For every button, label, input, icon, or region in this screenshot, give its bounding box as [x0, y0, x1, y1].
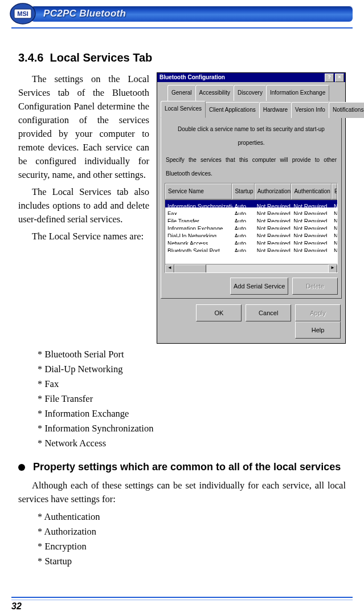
col-service-name[interactable]: Service Name	[165, 184, 232, 199]
table-row[interactable]: Bluetooth Serial PortAuto...Not Required…	[165, 245, 337, 252]
col-encryption[interactable]: E	[332, 184, 337, 199]
services-listview[interactable]: Service Name Startup Authorization Authe…	[165, 183, 338, 273]
help-button[interactable]: Help	[295, 321, 341, 339]
cell: Network Access	[165, 237, 232, 245]
bullet-icon	[18, 464, 25, 471]
cell: Auto...	[232, 207, 255, 215]
cell: N	[332, 245, 337, 252]
cell: Not Required	[291, 230, 332, 237]
tab-discovery[interactable]: Discovery	[234, 85, 267, 101]
tab-accessibility[interactable]: Accessibility	[195, 85, 234, 101]
tab-row-front: Local Services Client Applications Hardw…	[161, 100, 342, 117]
cancel-button[interactable]: Cancel	[246, 304, 291, 321]
paragraph-1: The settings on the Local Services tab o…	[18, 72, 149, 182]
tab-local-services[interactable]: Local Services	[161, 101, 206, 118]
cell: N	[332, 207, 337, 215]
cell: Not Required	[291, 207, 332, 215]
col-startup[interactable]: Startup	[232, 184, 254, 199]
tab-row-back: General Accessibility Discovery Informat…	[167, 84, 342, 100]
list-item: * Authentication	[38, 510, 346, 524]
cell: Not Required	[255, 222, 292, 230]
msi-logo-icon: MSI	[9, 2, 36, 25]
bluetooth-config-dialog: Bluetooth Configuration ? × General Acce…	[157, 72, 346, 344]
tab-client-applications[interactable]: Client Applications	[205, 102, 260, 118]
scroll-left-button[interactable]: ◄	[165, 264, 174, 273]
tab-panel: Double click a service name to set its s…	[161, 117, 342, 299]
col-authorization[interactable]: Authorization	[255, 184, 292, 199]
col-authentication[interactable]: Authentication	[291, 184, 332, 199]
banner-title: PC2PC Bluetooth	[43, 8, 126, 19]
cell: N	[332, 215, 337, 222]
cell: Information Exchange	[165, 222, 232, 230]
service-names-list: * Bluetooth Serial Port * Dial-Up Networ…	[38, 347, 346, 451]
cell: N	[332, 222, 337, 230]
table-row[interactable]: FaxAuto...Not RequiredNot RequiredN	[165, 207, 337, 215]
horizontal-scrollbar[interactable]: ◄ ►	[165, 264, 337, 272]
table-row[interactable]: File TransferAuto...Not RequiredNot Requ…	[165, 215, 337, 222]
list-item: * Information Synchronization	[38, 421, 346, 436]
dialog-titlebar: Bluetooth Configuration ? ×	[157, 73, 345, 82]
section-heading: 3.4.6 Local Services Tab	[18, 51, 346, 64]
cell: Not Required	[291, 222, 332, 230]
banner-divider	[11, 27, 353, 28]
cell: Not Required	[291, 245, 332, 252]
tab-hardware[interactable]: Hardware	[259, 102, 292, 118]
cell: Auto...	[232, 230, 255, 237]
list-item: * File Transfer	[38, 392, 346, 406]
cell: Not Required	[291, 200, 332, 207]
cell: Not Required	[291, 215, 332, 222]
panel-instruction-2: Specify the services that this computer …	[166, 153, 337, 181]
cell: Not Required	[255, 215, 292, 222]
tab-version-info[interactable]: Version Info	[291, 102, 329, 118]
delete-service-button[interactable]: Delete	[292, 278, 338, 295]
scroll-thumb[interactable]	[174, 264, 206, 273]
tab-notifications[interactable]: Notifications	[329, 102, 364, 118]
scroll-right-button[interactable]: ►	[328, 264, 337, 273]
cell: Not Required	[255, 245, 292, 252]
cell: N	[332, 230, 337, 237]
tab-information-exchange[interactable]: Information Exchange	[266, 85, 329, 101]
table-row[interactable]: Information ExchangeAuto...Not RequiredN…	[165, 222, 337, 230]
close-button[interactable]: ×	[335, 74, 344, 82]
list-item: * Bluetooth Serial Port	[38, 347, 346, 362]
dialog-title: Bluetooth Configuration	[158, 71, 324, 84]
tab-general[interactable]: General	[167, 85, 196, 101]
list-item: * Encryption	[38, 539, 346, 554]
cell: N	[332, 200, 337, 207]
table-row[interactable]: Dial-Up NetworkingAuto...Not RequiredNot…	[165, 230, 337, 237]
listview-header: Service Name Startup Authorization Authe…	[165, 184, 337, 200]
common-settings-list: * Authentication * Authorization * Encry…	[38, 510, 346, 569]
subsection-para: Although each of these settings can be s…	[18, 479, 346, 506]
cell: Dial-Up Networking	[165, 230, 232, 237]
cell: Not Required	[255, 230, 292, 237]
cell: Not Required	[255, 207, 292, 215]
contexthelp-button[interactable]: ?	[325, 74, 334, 82]
table-row[interactable]: Information SynchronizationAuto...Not Re…	[165, 200, 337, 207]
paragraph-2: The Local Services tab also includes opt…	[18, 185, 149, 226]
subsection-title: Property settings which are common to al…	[33, 461, 341, 473]
add-serial-service-button[interactable]: Add Serial Service	[230, 278, 288, 295]
header-banner: MSI PC2PC Bluetooth	[11, 3, 353, 24]
cell: Auto...	[232, 245, 255, 252]
logo-text: MSI	[17, 10, 28, 17]
list-intro: The Local Service names are:	[18, 230, 149, 243]
apply-button[interactable]: Apply	[295, 304, 341, 321]
scroll-track[interactable]	[174, 264, 328, 272]
cell: Auto...	[232, 222, 255, 230]
list-item: * Fax	[38, 377, 346, 392]
cell: Bluetooth Serial Port	[165, 245, 232, 252]
list-item: * Authorization	[38, 524, 346, 539]
cell: File Transfer	[165, 215, 232, 222]
subsection-heading: Property settings which are common to al…	[18, 461, 346, 473]
cell: Not Required	[291, 237, 332, 245]
footer-divider	[11, 597, 353, 600]
cell: Auto...	[232, 237, 255, 245]
list-item: * Information Exchange	[38, 406, 346, 421]
table-row[interactable]: Network AccessAuto...Not RequiredNot Req…	[165, 237, 337, 245]
cell: Fax	[165, 207, 232, 215]
panel-instruction-1: Double click a service name to set its s…	[166, 123, 337, 150]
section-number: 3.4.6	[18, 51, 43, 64]
list-item: * Startup	[38, 554, 346, 569]
ok-button[interactable]: OK	[196, 304, 242, 321]
list-item: * Network Access	[38, 436, 346, 451]
